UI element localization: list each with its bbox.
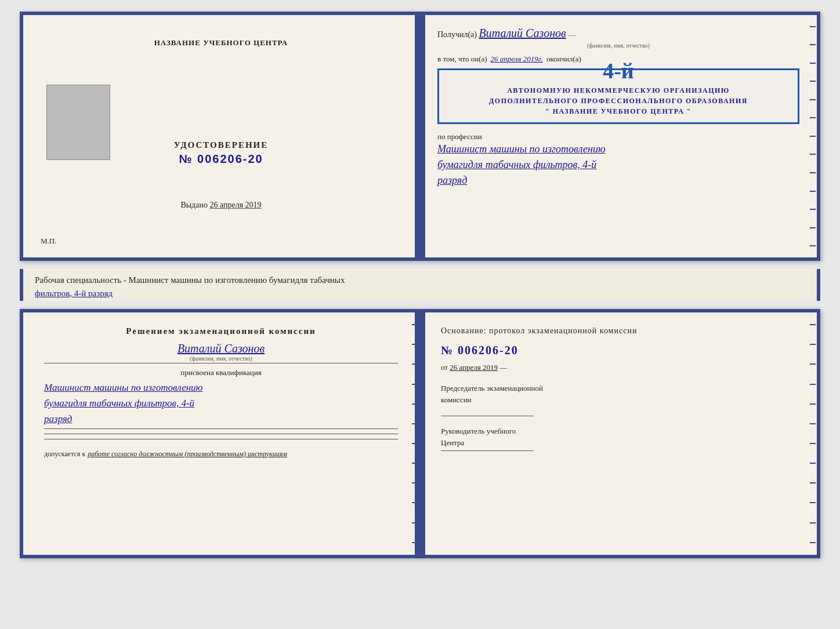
cert-name-sub: (фамилия, имя, отчество) [44, 355, 398, 362]
cert-chairman-sign [441, 416, 534, 416]
diploma-mp-label: М.П. [41, 237, 56, 246]
diploma-number-section: УДОСТОВЕРЕНИЕ № 006206-20 [174, 140, 269, 166]
cert-prof-line-under3 [44, 439, 398, 439]
cert-right-edge-deco [809, 312, 817, 555]
cert-date-section: от 26 апреля 2019 — [441, 363, 796, 372]
cert-spine [415, 312, 425, 555]
diploma-prof-line2: бумагидля табачных фильтров, 4-й [437, 157, 799, 173]
diploma-cert-number: № 006206-20 [174, 152, 269, 166]
cert-prof-line3: разряд [44, 413, 72, 424]
info-bar-underline: фильтров, 4-й разряд [35, 289, 113, 298]
cert-prof-line1: Машинист машины по изготовлению [44, 382, 203, 393]
diploma-recipient-sub: (фамилия, имя, отчество) [437, 42, 799, 49]
diploma-stamp: 4-й АВТОНОМНУЮ НЕКОММЕРЧЕСКУЮ ОРГАНИЗАЦИ… [437, 68, 799, 124]
diploma-recipient-section: Получил(а) Виталий Сазонов — [437, 27, 799, 40]
diploma-school-name-top: НАЗВАНИЕ УЧЕБНОГО ЦЕНТРА [154, 38, 288, 48]
diploma-date-value: 26 апреля 2019г. [491, 54, 543, 64]
diploma-issued-date: 26 апреля 2019 [209, 201, 261, 209]
cert-left-page: Решением экзаменационной комиссии Витали… [23, 312, 420, 555]
cert-name-underline [44, 363, 398, 363]
diploma-stamp-line3: " НАЗВАНИЕ УЧЕБНОГО ЦЕНТРА " [447, 106, 790, 117]
cert-director-line1: Руководитель учебного [441, 426, 796, 437]
cert-name: Виталий Сазонов [44, 342, 398, 355]
cert-commission-title: Решением экзаменационной комиссии [44, 326, 398, 336]
cert-admitted-value: работе согласно должностным (производств… [88, 450, 287, 459]
diploma-issued-section: Выдано 26 апреля 2019 [180, 201, 261, 210]
cert-basis-label: Основание: протокол экзаменационной коми… [441, 326, 796, 336]
diploma-photo [46, 85, 110, 160]
diploma-prof-line3: разряд [437, 173, 799, 188]
diploma-stamp-text: АВТОНОМНУЮ НЕКОММЕРЧЕСКУЮ ОРГАНИЗАЦИЮ ДО… [447, 85, 790, 117]
diploma-profession-value: Машинист машины по изготовлению бумагидл… [437, 141, 799, 188]
cert-prof-line2: бумагидля табачных фильтров, 4-й [44, 398, 194, 409]
diploma-recipient-prefix: Получил(а) [437, 30, 477, 39]
diploma-finished-label: окончил(а) [546, 54, 581, 64]
cert-from-date: 26 апреля 2019 [450, 363, 498, 372]
diploma-stamp-line1: АВТОНОМНУЮ НЕКОММЕРЧЕСКУЮ ОРГАНИЗАЦИЮ [447, 85, 790, 96]
bottom-cert: Решением экзаменационной комиссии Витали… [20, 309, 820, 558]
cert-from-label: от [441, 363, 448, 372]
cert-admitted-prefix: допускается к [44, 450, 85, 459]
diploma-stamp-line2: ДОПОЛНИТЕЛЬНОГО ПРОФЕССИОНАЛЬНОГО ОБРАЗО… [447, 96, 790, 106]
diploma-recipient-name: Виталий Сазонов [479, 27, 566, 39]
cert-director-section: Руководитель учебного Центра [441, 426, 796, 448]
diploma-profession-label: по профессии [437, 132, 799, 141]
cert-chairman-section: Председатель экзаменационной комиссии [441, 383, 796, 405]
cert-number: № 006206-20 [441, 344, 796, 357]
cert-profession: Машинист машины по изготовлению бумагидл… [44, 380, 398, 427]
cert-chairman-line1: Председатель экзаменационной [441, 383, 796, 394]
cert-admitted-section: допускается к работе согласно должностны… [44, 450, 398, 459]
diploma-prof-line1: Машинист машины по изготовлению [437, 141, 799, 157]
info-bar-prefix: Рабочая специальность - Машинист машины … [35, 275, 345, 285]
info-bar-text: Рабочая специальность - Машинист машины … [35, 274, 805, 300]
diploma-stamp-number: 4-й [603, 60, 634, 82]
diploma-cert-label: УДОСТОВЕРЕНИЕ [174, 140, 269, 150]
diploma-left-page: НАЗВАНИЕ УЧЕБНОГО ЦЕНТРА УДОСТОВЕРЕНИЕ №… [23, 15, 420, 257]
cert-right-page: Основание: протокол экзаменационной коми… [420, 312, 817, 555]
cert-director-sign [441, 450, 534, 451]
top-diploma: НАЗВАНИЕ УЧЕБНОГО ЦЕНТРА УДОСТОВЕРЕНИЕ №… [20, 12, 820, 261]
diploma-spine [415, 15, 425, 257]
cert-prof-line-under1 [44, 428, 398, 429]
right-edge-decoration [809, 15, 817, 257]
info-bar: Рабочая специальность - Машинист машины … [20, 269, 820, 301]
diploma-issued-label: Выдано [180, 201, 208, 209]
cert-chairman-line2: комиссии [441, 394, 796, 406]
cert-director-line2: Центра [441, 437, 796, 449]
cert-assigned-label: присвоена квалификация [44, 368, 398, 377]
diploma-date-prefix: в том, что он(а) [437, 54, 487, 64]
cert-prof-line-under2 [44, 434, 398, 434]
diploma-right-page: Получил(а) Виталий Сазонов — (фамилия, и… [420, 15, 817, 257]
